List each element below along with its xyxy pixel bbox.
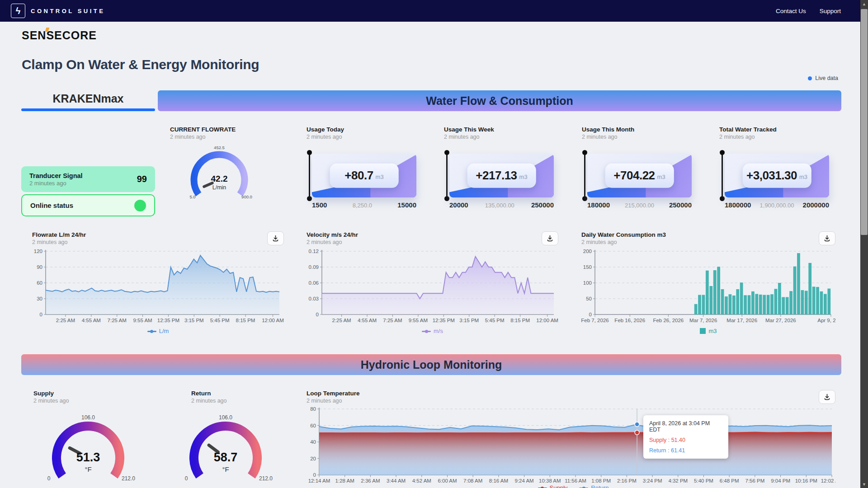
svg-text:12:35 PM: 12:35 PM <box>157 318 179 323</box>
usage-mid: 8,250.0 <box>353 202 372 209</box>
svg-text:0.03: 0.03 <box>309 296 319 301</box>
legend-line-icon <box>422 331 431 332</box>
svg-text:60: 60 <box>37 280 42 286</box>
sensecore-logo-text: SENSECORE <box>22 29 97 42</box>
svg-text:0.06: 0.06 <box>309 280 319 286</box>
svg-text:7:25 AM: 7:25 AM <box>383 318 402 323</box>
svg-text:3:44 AM: 3:44 AM <box>387 478 406 483</box>
svg-text:5:40 PM: 5:40 PM <box>694 478 713 483</box>
transducer-value: 99 <box>137 174 147 184</box>
svg-text:60: 60 <box>310 423 316 428</box>
download-button[interactable] <box>819 231 835 245</box>
svg-text:4:55 AM: 4:55 AM <box>358 318 377 323</box>
tooltip-supply: Supply : 51.40 <box>649 437 722 443</box>
svg-text:1:08 PM: 1:08 PM <box>591 478 611 483</box>
supply-gauge-value: 51.3 <box>76 450 100 464</box>
usage-value: +704.22 <box>613 169 655 183</box>
svg-text:200: 200 <box>583 249 592 254</box>
chart-tooltip: April 8, 2026 at 3:04 PM EDT Supply : 51… <box>643 415 728 459</box>
daily-consumption-chart-block: Daily Water Consumption m3 2 minutes ago… <box>581 231 835 334</box>
device-tab-krakenmax[interactable]: KRAKENmax <box>21 90 155 111</box>
legend-item-return[interactable]: Return <box>579 484 609 488</box>
scrollbar-thumb[interactable] <box>861 9 868 235</box>
flowrate-chart[interactable]: 03060901202:25 AM4:55 AM7:25 AM9:55 AM12… <box>32 248 284 324</box>
scrollbar-down-arrow[interactable]: ▼ <box>860 480 868 488</box>
device-name: KRAKENmax <box>21 90 155 107</box>
svg-text:12:00 AM: 12:00 AM <box>536 318 558 323</box>
svg-text:1:28 AM: 1:28 AM <box>335 478 354 483</box>
svg-text:3:15 PM: 3:15 PM <box>184 318 204 323</box>
usage-wedge-panel: +217.13 m3 <box>449 154 554 197</box>
legend-item-supply[interactable]: Supply <box>538 484 568 488</box>
legend-label: m/s <box>434 328 443 334</box>
usage-today-card: Usage Today 2 minutes ago +80.7 m3 1500 … <box>307 126 416 210</box>
legend-label: L/m <box>159 328 169 334</box>
top-navbar: ϟ CONTROL SUITE Contact Us Support <box>0 0 868 22</box>
legend-item-m3[interactable]: m3 <box>700 328 717 334</box>
usage-month-card: Usage This Month 2 minutes ago +704.22 m… <box>582 126 692 210</box>
flowrate-gauge-max-label: 900.0 <box>241 194 252 199</box>
download-button[interactable] <box>819 390 835 404</box>
svg-text:12:35 PM: 12:35 PM <box>433 318 455 323</box>
return-gauge-mid-label: 106.0 <box>219 414 232 421</box>
live-dot-icon <box>808 76 812 80</box>
usage-card-title: Usage Today <box>307 126 416 133</box>
flowrate-gauge-updated: 2 minutes ago <box>170 134 268 140</box>
section-hydronic-title: Hydronic Loop Monitoring <box>361 358 502 371</box>
usage-min: 180000 <box>587 201 610 209</box>
download-button[interactable] <box>267 231 284 245</box>
usage-card-title: Total Water Tracked <box>719 126 829 133</box>
svg-text:Feb 7, 2026: Feb 7, 2026 <box>581 318 609 323</box>
svg-text:2:25 AM: 2:25 AM <box>56 318 75 323</box>
legend-label: Return <box>591 484 609 488</box>
return-gauge-unit: °F <box>222 465 229 473</box>
usage-value-pill: +704.22 m3 <box>605 163 674 188</box>
svg-text:30: 30 <box>37 296 42 301</box>
svg-text:5:45 PM: 5:45 PM <box>210 318 230 323</box>
flowrate-gauge-unit: L/min <box>212 184 226 191</box>
usage-unit: m3 <box>376 174 384 180</box>
svg-text:8:15 PM: 8:15 PM <box>236 318 255 323</box>
legend-line-icon <box>147 331 156 332</box>
transducer-signal-card: Tranducer Signal 2 minutes ago 99 <box>21 166 155 192</box>
tooltip-return: Return : 61.41 <box>649 447 722 454</box>
usage-card-updated: 2 minutes ago <box>444 134 554 140</box>
supply-gauge-unit: °F <box>85 465 91 473</box>
loop-temperature-chart[interactable]: 02040608012:14 AM1:28 AM2:36 AM3:44 AM4:… <box>307 406 835 484</box>
svg-text:0.09: 0.09 <box>309 264 319 270</box>
daily-consumption-chart[interactable]: 050100150200Feb 7, 2026Feb 16, 2026Feb 2… <box>581 248 835 324</box>
nav-link-support[interactable]: Support <box>820 8 841 14</box>
flowrate-gauge-mid-label: 452.5 <box>214 145 225 150</box>
online-status-dot <box>134 200 146 211</box>
supply-gauge-block: Supply 2 minutes ago 106.0 0 212.0 51.3 … <box>33 390 169 488</box>
svg-text:0: 0 <box>316 312 319 317</box>
return-gauge-value: 58.7 <box>214 450 238 464</box>
usage-card-title: Usage This Week <box>444 126 554 133</box>
chart-updated: 2 minutes ago <box>32 239 284 245</box>
download-button[interactable] <box>542 231 558 245</box>
scrollbar-up-arrow[interactable]: ▲ <box>860 0 868 8</box>
svg-text:12:02 AM: 12:02 AM <box>821 478 835 483</box>
legend-label: m3 <box>708 328 717 334</box>
usage-card-updated: 2 minutes ago <box>307 134 416 140</box>
flowrate-gauge-value: 42.2 <box>211 174 228 183</box>
svg-text:0: 0 <box>589 312 592 317</box>
velocity-chart[interactable]: 00.030.060.090.122:25 AM4:55 AM7:25 AM9:… <box>307 248 558 324</box>
usage-value: +217.13 <box>476 169 517 183</box>
usage-mid: 215,000.00 <box>625 202 654 209</box>
usage-max: 15000 <box>397 201 416 209</box>
nav-links: Contact Us Support <box>776 8 841 14</box>
scrollbar[interactable]: ▲ ▼ <box>860 0 868 488</box>
total-water-card: Total Water Tracked 2 minutes ago +3,031… <box>719 126 829 210</box>
velocity-chart-block: Velocity m/s 24/hr 2 minutes ago 00.030.… <box>307 231 558 334</box>
legend-item-lm[interactable]: L/m <box>147 328 169 334</box>
svg-text:2:16 PM: 2:16 PM <box>617 478 637 483</box>
svg-text:4:55 AM: 4:55 AM <box>82 318 101 323</box>
legend-item-ms[interactable]: m/s <box>422 328 443 334</box>
supply-gauge-title: Supply <box>33 390 169 397</box>
svg-text:20: 20 <box>310 456 316 461</box>
svg-text:90: 90 <box>37 264 42 270</box>
nav-link-contact-us[interactable]: Contact Us <box>776 8 806 14</box>
online-status-card: Online status <box>21 194 155 216</box>
chart-updated: 2 minutes ago <box>581 239 835 245</box>
